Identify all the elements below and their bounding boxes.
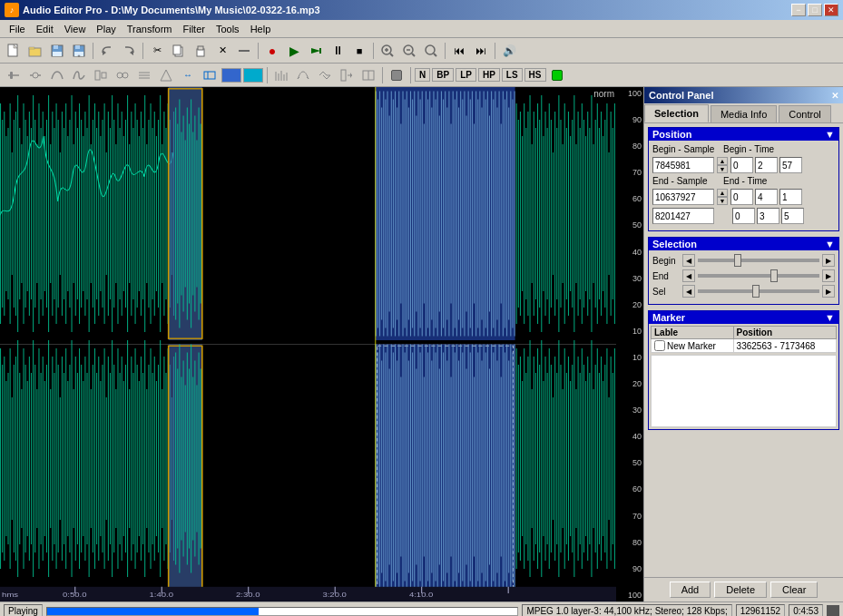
- open-button[interactable]: [25, 41, 45, 61]
- end-slider-thumb[interactable]: [770, 269, 778, 282]
- duration-s[interactable]: [781, 208, 804, 224]
- tb2-color2[interactable]: [243, 68, 263, 83]
- fx-bp-button[interactable]: BP: [432, 68, 454, 82]
- begin-sample-down[interactable]: ▼: [717, 165, 728, 173]
- tb2-btn3[interactable]: [47, 65, 67, 85]
- marker-checkbox[interactable]: [654, 340, 665, 351]
- tb2-btn6[interactable]: [113, 65, 132, 85]
- menu-view[interactable]: View: [59, 23, 92, 35]
- resize-grip[interactable]: [827, 605, 839, 617]
- end-time-h[interactable]: [730, 189, 753, 205]
- silence-button[interactable]: [234, 41, 254, 61]
- stop-button[interactable]: ■: [349, 41, 369, 61]
- menu-play[interactable]: Play: [91, 23, 121, 35]
- end-right-arrow[interactable]: ▶: [822, 269, 835, 282]
- menu-tools[interactable]: Tools: [211, 23, 245, 35]
- clear-marker-button[interactable]: Clear: [770, 582, 818, 598]
- rewind-button[interactable]: ⏮: [449, 41, 469, 61]
- tb2-btn11[interactable]: [271, 65, 291, 85]
- begin-slider-track[interactable]: [698, 259, 819, 262]
- duration-m[interactable]: [757, 208, 779, 224]
- menu-transform[interactable]: Transform: [122, 23, 178, 35]
- cut-button[interactable]: ✂: [147, 41, 167, 61]
- record-button[interactable]: ●: [262, 41, 282, 61]
- waveform-canvas[interactable]: hms 0:50.0 1:40.0 2:30.0 3:20.0 4:10.0: [0, 87, 616, 601]
- tab-selection[interactable]: Selection: [644, 104, 709, 122]
- begin-slider-thumb[interactable]: [734, 254, 741, 267]
- sel-left-arrow[interactable]: ◀: [682, 285, 695, 298]
- delete-marker-button[interactable]: Delete: [714, 582, 767, 598]
- paste-button[interactable]: [191, 41, 211, 61]
- tab-media-info[interactable]: Media Info: [711, 105, 777, 122]
- tb2-btn1[interactable]: [4, 65, 24, 85]
- end-sample-spinner[interactable]: ▲ ▼: [717, 189, 728, 205]
- tb2-btn15[interactable]: [358, 65, 378, 85]
- begin-sample-spinner[interactable]: ▲ ▼: [717, 157, 728, 173]
- tb2-btn12[interactable]: [293, 65, 313, 85]
- begin-sample-input[interactable]: [652, 157, 714, 173]
- end-left-arrow[interactable]: ◀: [682, 269, 695, 282]
- end-sample-up[interactable]: ▲: [717, 189, 728, 197]
- begin-time-m[interactable]: [755, 157, 778, 173]
- duration-h[interactable]: [732, 208, 755, 224]
- add-marker-button[interactable]: Add: [670, 582, 711, 598]
- fx-ls-button[interactable]: LS: [502, 68, 523, 82]
- begin-left-arrow[interactable]: ◀: [682, 254, 695, 267]
- zoom-fit-button[interactable]: [421, 41, 441, 61]
- zoom-in-button[interactable]: [377, 41, 397, 61]
- copy-button[interactable]: [169, 41, 189, 61]
- menu-file[interactable]: File: [4, 23, 31, 35]
- close-button[interactable]: ✕: [824, 4, 838, 16]
- begin-time-s[interactable]: [779, 157, 802, 173]
- fast-forward-button[interactable]: ⏭: [471, 41, 491, 61]
- tb2-btn10[interactable]: [200, 65, 220, 85]
- sel-slider-thumb[interactable]: [752, 285, 760, 298]
- pause-button[interactable]: ⏸: [328, 41, 348, 61]
- tab-control[interactable]: Control: [779, 105, 830, 122]
- tb2-btn2[interactable]: [25, 65, 45, 85]
- tb2-btn8[interactable]: [156, 65, 176, 85]
- playback-progress[interactable]: [46, 607, 519, 616]
- tb2-btn9[interactable]: ↔: [178, 65, 198, 85]
- end-sample-down[interactable]: ▼: [717, 197, 728, 205]
- panel-close-button[interactable]: ✕: [831, 91, 838, 101]
- zoom-out-button[interactable]: [399, 41, 419, 61]
- end-time-s[interactable]: [779, 189, 802, 205]
- fx-hp-button[interactable]: HP: [478, 68, 500, 82]
- sel-slider-track[interactable]: [698, 289, 819, 293]
- tb2-btn14[interactable]: [337, 65, 357, 85]
- redo-button[interactable]: [119, 41, 139, 61]
- end-slider-track[interactable]: [698, 274, 819, 278]
- minimize-button[interactable]: −: [791, 4, 806, 16]
- tb2-btn13[interactable]: [315, 65, 335, 85]
- tb2-selection-color[interactable]: [221, 68, 241, 83]
- play-button[interactable]: ▶: [284, 41, 304, 61]
- tb2-btn7[interactable]: [134, 65, 154, 85]
- undo-button[interactable]: [97, 41, 117, 61]
- end-sample-input[interactable]: [652, 189, 714, 205]
- end-time-m[interactable]: [755, 189, 778, 205]
- loop-play-button[interactable]: [306, 41, 326, 61]
- begin-right-arrow[interactable]: ▶: [822, 254, 835, 267]
- fx-n-button[interactable]: N: [415, 68, 430, 82]
- volume-button[interactable]: 🔊: [499, 41, 519, 61]
- menu-edit[interactable]: Edit: [31, 23, 59, 35]
- save-button[interactable]: [47, 41, 67, 61]
- selection-collapse-icon[interactable]: ▼: [825, 239, 835, 249]
- tb2-btn4[interactable]: [69, 65, 89, 85]
- waveform-area[interactable]: norm 10090807060 5040302010 1020304050 6…: [0, 87, 643, 601]
- position-collapse-icon[interactable]: ▼: [825, 129, 835, 140]
- fx-lp-button[interactable]: LP: [456, 68, 476, 82]
- begin-sample-up[interactable]: ▲: [717, 157, 728, 165]
- maximize-button[interactable]: □: [808, 4, 822, 16]
- marker-collapse-icon[interactable]: ▼: [825, 312, 835, 323]
- begin-time-h[interactable]: [730, 157, 753, 173]
- tb2-btn5[interactable]: [91, 65, 111, 85]
- menu-filter[interactable]: Filter: [177, 23, 210, 35]
- menu-help[interactable]: Help: [245, 23, 277, 35]
- delete-button[interactable]: ✕: [212, 41, 232, 61]
- fx-hs-button[interactable]: HS: [524, 68, 546, 82]
- save-as-button[interactable]: +: [69, 41, 89, 61]
- new-button[interactable]: [4, 41, 24, 61]
- duration-sample-input[interactable]: [652, 208, 714, 224]
